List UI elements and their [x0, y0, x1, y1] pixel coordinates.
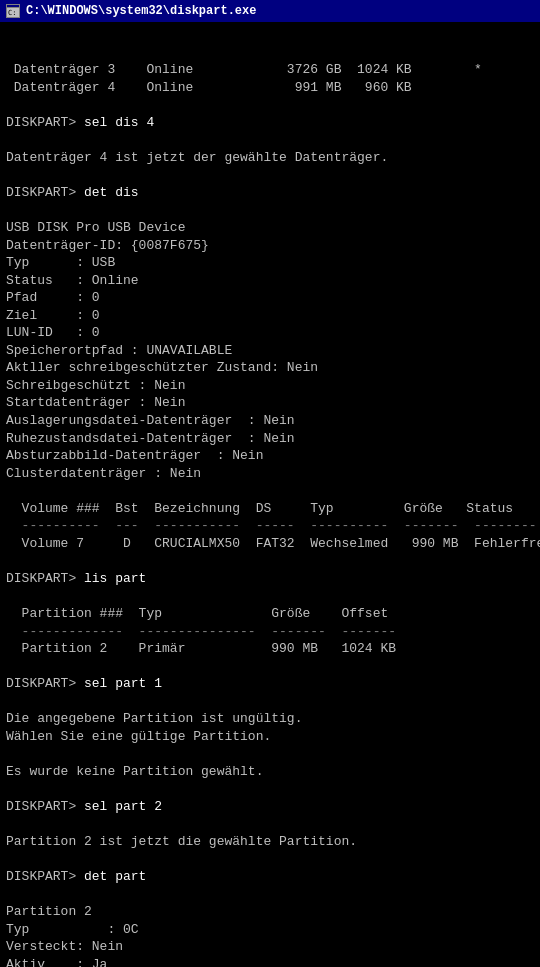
terminal-line: Typ : 0C: [6, 921, 534, 939]
terminal-line: Volume 7 D CRUCIALMX50 FAT32 Wechselmed …: [6, 535, 534, 553]
terminal-line: ---------- --- ----------- ----- -------…: [6, 517, 534, 535]
terminal-line: Clusterdatenträger : Nein: [6, 465, 534, 483]
terminal-line: LUN-ID : 0: [6, 324, 534, 342]
terminal-line: [6, 482, 534, 500]
terminal-line: Ziel : 0: [6, 307, 534, 325]
terminal-line: DISKPART> det part: [6, 868, 534, 886]
terminal-line: [6, 588, 534, 606]
terminal-line: Partition ### Typ Größe Offset: [6, 605, 534, 623]
terminal-line: [6, 552, 534, 570]
terminal-line: Aktller schreibgeschützter Zustand: Nein: [6, 359, 534, 377]
title-bar-text: C:\WINDOWS\system32\diskpart.exe: [26, 4, 256, 18]
terminal-line: Datenträger 4 Online 991 MB 960 KB: [6, 79, 534, 97]
terminal-line: Die angegebene Partition ist ungültig.: [6, 710, 534, 728]
terminal-line: Aktiv : Ja: [6, 956, 534, 967]
terminal-line: Typ : USB: [6, 254, 534, 272]
terminal-line: Wählen Sie eine gültige Partition.: [6, 728, 534, 746]
terminal-line: DISKPART> lis part: [6, 570, 534, 588]
terminal-line: Status : Online: [6, 272, 534, 290]
terminal-line: Auslagerungsdatei-Datenträger : Nein: [6, 412, 534, 430]
terminal-line: [6, 851, 534, 869]
terminal-line: Es wurde keine Partition gewählt.: [6, 763, 534, 781]
terminal-line: [6, 131, 534, 149]
terminal-icon: C:: [6, 4, 20, 18]
terminal-line: Startdatenträger : Nein: [6, 394, 534, 412]
terminal-line: Pfad : 0: [6, 289, 534, 307]
terminal-line: [6, 781, 534, 799]
terminal-line: DISKPART> sel part 2: [6, 798, 534, 816]
terminal-line: [6, 166, 534, 184]
title-bar: C: C:\WINDOWS\system32\diskpart.exe: [0, 0, 540, 22]
terminal-window: C: C:\WINDOWS\system32\diskpart.exe Date…: [0, 0, 540, 967]
terminal-line: Speicherortpfad : UNAVAILABLE: [6, 342, 534, 360]
terminal-line: Partition 2 Primär 990 MB 1024 KB: [6, 640, 534, 658]
terminal-line: [6, 693, 534, 711]
terminal-line: [6, 886, 534, 904]
terminal-line: Absturzabbild-Datenträger : Nein: [6, 447, 534, 465]
terminal-line: [6, 201, 534, 219]
terminal-line: Schreibgeschützt : Nein: [6, 377, 534, 395]
terminal-line: Datenträger-ID: {0087F675}: [6, 237, 534, 255]
svg-text:C:: C:: [8, 9, 16, 17]
terminal-line: [6, 816, 534, 834]
terminal-line: Ruhezustandsdatei-Datenträger : Nein: [6, 430, 534, 448]
terminal-line: ------------- --------------- ------- --…: [6, 623, 534, 641]
terminal-line: DISKPART> sel dis 4: [6, 114, 534, 132]
terminal-line: Partition 2 ist jetzt die gewählte Parti…: [6, 833, 534, 851]
terminal-line: Datenträger 3 Online 3726 GB 1024 KB *: [6, 61, 534, 79]
terminal-line: [6, 96, 534, 114]
svg-rect-1: [7, 5, 19, 7]
terminal-line: Partition 2: [6, 903, 534, 921]
terminal-line: DISKPART> sel part 1: [6, 675, 534, 693]
terminal-content[interactable]: Datenträger 3 Online 3726 GB 1024 KB * D…: [0, 22, 540, 967]
terminal-line: Versteckt: Nein: [6, 938, 534, 956]
terminal-line: DISKPART> det dis: [6, 184, 534, 202]
terminal-line: [6, 658, 534, 676]
terminal-line: Datenträger 4 ist jetzt der gewählte Dat…: [6, 149, 534, 167]
terminal-line: Volume ### Bst Bezeichnung DS Typ Größe …: [6, 500, 534, 518]
terminal-line: [6, 745, 534, 763]
terminal-line: USB DISK Pro USB Device: [6, 219, 534, 237]
